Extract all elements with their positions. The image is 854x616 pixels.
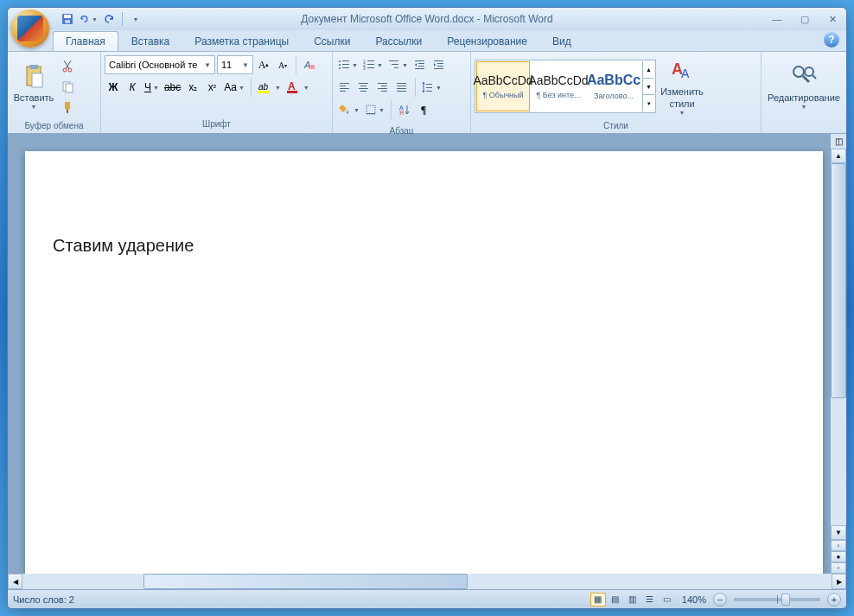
browse-select-button[interactable]: ●: [831, 551, 846, 562]
tab-page-layout[interactable]: Разметка страницы: [182, 32, 301, 51]
change-styles-button[interactable]: AA Изменить стили ▼: [656, 54, 708, 119]
paste-button[interactable]: Вставить ▼: [11, 54, 56, 119]
hscroll-track[interactable]: [22, 574, 832, 589]
increase-indent-button[interactable]: [430, 55, 448, 74]
subscript-button[interactable]: x₂: [184, 78, 201, 97]
styles-gallery[interactable]: AaBbCcDd ¶ Обычный AaBbCcDd ¶ Без инте..…: [475, 60, 656, 113]
svg-rect-56: [397, 91, 406, 92]
shrink-font-button[interactable]: A▾: [274, 55, 291, 74]
tab-mailings[interactable]: Рассылки: [363, 32, 434, 51]
italic-button[interactable]: К: [124, 78, 141, 97]
word-count[interactable]: Число слов: 2: [13, 594, 74, 605]
scroll-down-button[interactable]: ▼: [831, 525, 846, 540]
undo-button[interactable]: ▼: [79, 10, 98, 29]
bold-button[interactable]: Ж: [105, 78, 122, 97]
font-size-value: 11: [221, 60, 232, 70]
svg-rect-38: [437, 63, 443, 64]
svg-rect-53: [397, 83, 406, 84]
svg-rect-51: [378, 88, 387, 89]
close-button[interactable]: ✕: [822, 11, 843, 27]
sort-button[interactable]: AЯ: [396, 100, 413, 119]
gallery-up-button[interactable]: ▲: [643, 61, 654, 79]
maximize-button[interactable]: ▢: [794, 11, 815, 27]
browse-next-button[interactable]: ◦: [831, 562, 846, 574]
page[interactable]: Ставим ударение: [25, 151, 823, 574]
svg-rect-34: [418, 63, 424, 64]
font-color-button[interactable]: A▼: [284, 78, 311, 97]
shading-button[interactable]: ▼: [336, 100, 361, 119]
style-no-spacing[interactable]: AaBbCcDd ¶ Без инте...: [532, 61, 585, 111]
clear-formatting-button[interactable]: A: [301, 55, 318, 74]
strikethrough-button[interactable]: abc: [163, 78, 182, 97]
svg-point-20: [339, 64, 341, 66]
scroll-track[interactable]: [831, 163, 846, 525]
print-layout-view-button[interactable]: ▦: [590, 593, 606, 606]
cut-button[interactable]: [58, 56, 77, 75]
style-heading1[interactable]: AaBbCc Заголово...: [587, 61, 640, 111]
superscript-button[interactable]: x²: [203, 78, 220, 97]
svg-text:A: A: [288, 80, 296, 92]
minimize-button[interactable]: —: [767, 11, 787, 27]
zoom-in-button[interactable]: +: [827, 593, 841, 606]
grow-font-button[interactable]: A▴: [255, 55, 272, 74]
redo-button[interactable]: [99, 10, 118, 29]
svg-rect-5: [32, 73, 42, 87]
bullets-button[interactable]: ▼: [336, 55, 360, 74]
editing-button[interactable]: Редактирование ▼: [765, 54, 843, 119]
zoom-out-button[interactable]: −: [713, 593, 727, 606]
scroll-left-button[interactable]: ◀: [8, 574, 22, 589]
justify-button[interactable]: [393, 78, 411, 97]
copy-button[interactable]: [58, 77, 77, 96]
svg-rect-47: [359, 88, 368, 89]
font-name-combo[interactable]: Calibri (Основной те ▼: [105, 55, 215, 74]
svg-rect-40: [434, 68, 443, 69]
outline-view-button[interactable]: ☰: [642, 593, 658, 606]
font-size-combo[interactable]: 11 ▼: [217, 55, 253, 74]
zoom-slider-thumb[interactable]: [781, 594, 790, 606]
show-hide-button[interactable]: ¶: [415, 100, 432, 119]
help-button[interactable]: ?: [824, 32, 839, 48]
vertical-scrollbar: ◫ ▲ ▼ ◦ ● ◦: [831, 134, 846, 574]
tab-home[interactable]: Главная: [53, 31, 118, 51]
save-button[interactable]: [58, 10, 77, 29]
svg-point-7: [68, 68, 72, 72]
decrease-indent-button[interactable]: [411, 55, 429, 74]
svg-rect-10: [65, 102, 70, 109]
svg-rect-33: [415, 60, 424, 61]
browse-prev-button[interactable]: ◦: [831, 540, 846, 551]
web-layout-view-button[interactable]: ▥: [625, 593, 640, 606]
tab-references[interactable]: Ссылки: [302, 32, 362, 51]
align-left-button[interactable]: [336, 78, 354, 97]
highlight-button[interactable]: ab▼: [256, 78, 283, 97]
style-normal[interactable]: AaBbCcDd ¶ Обычный: [476, 61, 530, 111]
change-case-button[interactable]: Aa▼: [222, 78, 246, 97]
qat-customize-button[interactable]: ▾: [126, 10, 145, 29]
gallery-down-button[interactable]: ▼: [643, 79, 654, 96]
zoom-slider[interactable]: [734, 598, 820, 601]
tab-review[interactable]: Рецензирование: [435, 32, 539, 51]
office-button[interactable]: [11, 10, 49, 48]
paste-label: Вставить: [14, 92, 54, 104]
ruler-toggle-button[interactable]: ◫: [831, 134, 846, 149]
gallery-more-button[interactable]: ▾: [643, 95, 654, 111]
underline-button[interactable]: Ч▼: [143, 78, 161, 97]
align-right-button[interactable]: [374, 78, 392, 97]
scroll-thumb[interactable]: [831, 163, 846, 398]
tab-view[interactable]: Вид: [540, 32, 583, 51]
format-painter-button[interactable]: [58, 98, 77, 117]
svg-rect-21: [342, 64, 349, 65]
line-spacing-button[interactable]: ▼: [420, 78, 443, 97]
align-center-button[interactable]: [355, 78, 373, 97]
borders-button[interactable]: ▼: [363, 100, 386, 119]
hscroll-thumb[interactable]: [143, 574, 467, 589]
tab-insert[interactable]: Вставка: [119, 32, 182, 51]
scroll-up-button[interactable]: ▲: [831, 149, 846, 163]
numbering-button[interactable]: 123▼: [361, 55, 385, 74]
multilevel-list-button[interactable]: ▼: [386, 55, 410, 74]
full-screen-view-button[interactable]: ▤: [608, 593, 623, 606]
zoom-value[interactable]: 140%: [682, 594, 706, 605]
style-preview: AaBbCc: [587, 73, 640, 88]
draft-view-button[interactable]: ▭: [660, 593, 675, 606]
scroll-right-button[interactable]: ▶: [832, 574, 846, 589]
svg-rect-57: [426, 84, 432, 85]
